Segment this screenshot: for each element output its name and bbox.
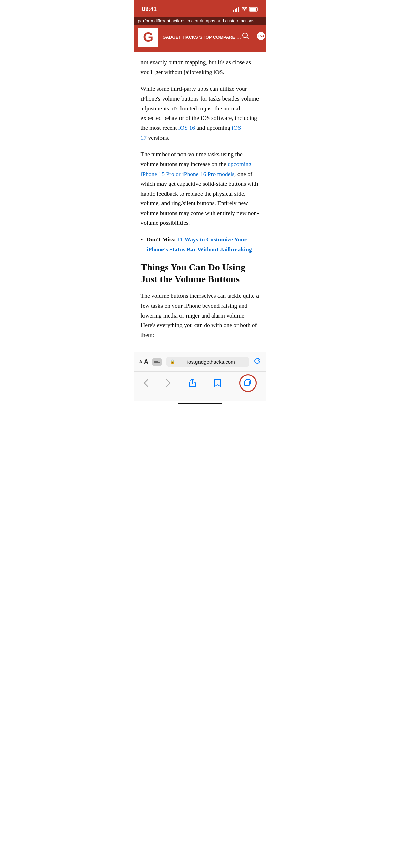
wifi-icon xyxy=(242,7,247,12)
reader-line xyxy=(154,364,158,364)
share-button[interactable] xyxy=(189,379,196,387)
back-button[interactable] xyxy=(144,379,148,387)
bullet-dot: • xyxy=(141,235,143,245)
signal-icon xyxy=(233,7,240,12)
nav-bottom: G GADGET HACKS SHOP COMPARE PHONES 153 xyxy=(134,25,266,49)
svg-rect-5 xyxy=(250,8,256,11)
notification-badge: 153 xyxy=(257,32,265,40)
reader-line xyxy=(154,361,158,362)
ios16-link[interactable]: iOS 16 xyxy=(178,124,195,131)
bullet-text: Don't Miss: 11 Ways to Customize Your iP… xyxy=(147,235,260,254)
font-large-label: A xyxy=(144,358,148,365)
status-icons xyxy=(233,7,258,12)
font-size-button[interactable]: A A xyxy=(139,358,148,365)
home-bar xyxy=(178,403,222,404)
nav-links[interactable]: GADGET HACKS SHOP COMPARE PHONES xyxy=(163,35,242,40)
bottom-bar: A A 🔒 ios.gadgethacks.com xyxy=(134,352,266,401)
article-intro: not exactly button mapping, but it's as … xyxy=(141,57,260,77)
svg-rect-0 xyxy=(233,10,234,12)
reader-lines xyxy=(153,359,161,365)
search-button[interactable] xyxy=(242,32,249,42)
svg-rect-11 xyxy=(245,381,249,386)
browser-toolbar xyxy=(134,372,266,401)
bookmark-button[interactable] xyxy=(214,379,221,387)
reload-button[interactable] xyxy=(253,357,261,366)
svg-rect-1 xyxy=(235,9,236,12)
article-heading: Things You Can Do Using Just the Volume … xyxy=(141,261,260,285)
article-para3: The volume buttons themselves can tackle… xyxy=(141,291,260,340)
status-bar: 09:41 xyxy=(134,0,266,17)
menu-wrapper: 153 xyxy=(255,35,262,39)
nav-top: perform different actions in certain app… xyxy=(134,17,266,25)
font-small-label: A xyxy=(139,359,142,364)
nav-bar: perform different actions in certain app… xyxy=(134,17,266,52)
url-bar[interactable]: 🔒 ios.gadgethacks.com xyxy=(166,357,249,367)
svg-line-8 xyxy=(247,37,249,39)
home-indicator xyxy=(134,401,266,406)
bullet-list: • Don't Miss: 11 Ways to Customize Your … xyxy=(141,235,260,254)
article-content: not exactly button mapping, but it's as … xyxy=(134,52,266,352)
svg-rect-2 xyxy=(236,8,237,12)
nav-actions: 153 xyxy=(242,32,262,42)
reader-line xyxy=(154,360,160,360)
lock-icon: 🔒 xyxy=(170,359,175,364)
forward-button[interactable] xyxy=(166,379,171,387)
svg-rect-6 xyxy=(257,8,258,10)
status-time: 09:41 xyxy=(142,6,157,13)
tabs-button[interactable] xyxy=(239,374,257,392)
reader-mode-button[interactable] xyxy=(152,358,162,366)
url-text: ios.gadgethacks.com xyxy=(177,359,245,365)
reader-line xyxy=(154,362,160,363)
svg-rect-3 xyxy=(238,7,239,12)
site-logo[interactable]: G xyxy=(138,28,158,47)
article-para1: While some third-party apps can utilize … xyxy=(141,84,260,143)
dont-miss-label: Don't Miss: xyxy=(147,236,176,243)
address-bar: A A 🔒 ios.gadgethacks.com xyxy=(134,352,266,372)
nav-top-text: perform different actions in certain app… xyxy=(138,18,262,23)
bullet-item: • Don't Miss: 11 Ways to Customize Your … xyxy=(141,235,260,254)
article-para2: The number of non-volume tasks using the… xyxy=(141,149,260,228)
battery-icon xyxy=(249,7,258,12)
tabs-button-wrapper xyxy=(239,374,257,392)
